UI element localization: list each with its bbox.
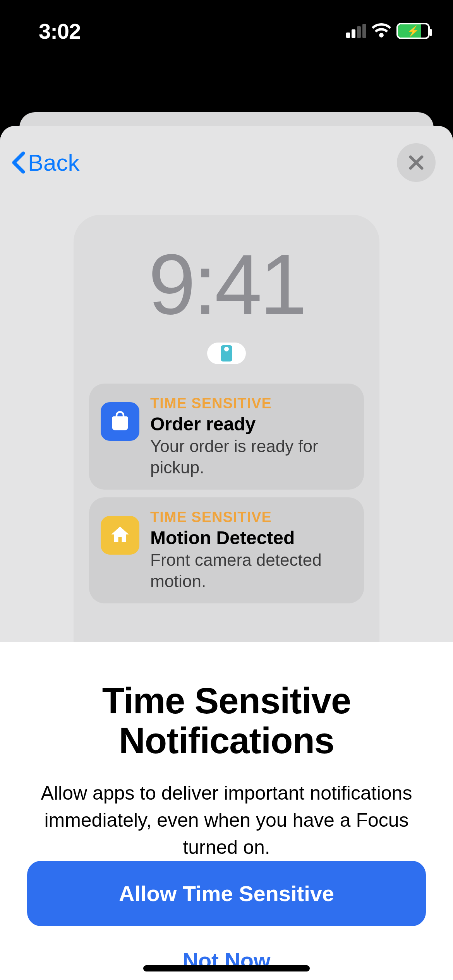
- cellular-icon: [346, 24, 366, 38]
- notif-body-2: Front camera detected motion.: [150, 549, 352, 592]
- nav-row: Back: [0, 126, 453, 199]
- bag-icon: [101, 402, 139, 441]
- status-indicators: ⚡: [346, 22, 430, 39]
- home-indicator[interactable]: [143, 965, 310, 971]
- lockscreen-preview: 9:41 TIME SENSITIVE Order ready Your ord…: [74, 215, 379, 642]
- allow-button[interactable]: Allow Time Sensitive: [27, 861, 426, 926]
- wifi-icon: [372, 22, 391, 39]
- focus-pill: [207, 343, 246, 364]
- modal-sheet: Back 9:41 TIME SENSITIVE Order ready You…: [0, 126, 453, 980]
- notif-title-2: Motion Detected: [150, 527, 352, 548]
- description-text: Allow apps to deliver important notifica…: [27, 780, 426, 861]
- notif-tag-2: TIME SENSITIVE: [150, 509, 352, 526]
- notif-title-1: Order ready: [150, 413, 352, 435]
- home-icon: [101, 516, 139, 555]
- notification-preview-2: TIME SENSITIVE Motion Detected Front cam…: [89, 497, 364, 603]
- close-icon: [408, 154, 424, 171]
- close-button[interactable]: [397, 143, 436, 182]
- preview-area: Back 9:41 TIME SENSITIVE Order ready You…: [0, 126, 453, 642]
- status-time: 3:02: [39, 19, 81, 44]
- chevron-left-icon: [12, 151, 26, 174]
- content-area: Time Sensitive Notifications Allow apps …: [0, 642, 453, 980]
- focus-pill-icon: [221, 345, 232, 362]
- mock-time: 9:41: [89, 242, 364, 327]
- back-button[interactable]: Back: [12, 149, 79, 176]
- not-now-button[interactable]: Not Now: [27, 940, 426, 980]
- status-bar: 3:02 ⚡: [0, 0, 453, 54]
- headline: Time Sensitive Notifications: [27, 681, 426, 761]
- notif-body-1: Your order is ready for pickup.: [150, 435, 352, 478]
- notif-tag-1: TIME SENSITIVE: [150, 395, 352, 412]
- battery-icon: ⚡: [396, 23, 430, 39]
- charging-icon: ⚡: [407, 25, 419, 37]
- back-label: Back: [28, 149, 79, 176]
- notification-preview-1: TIME SENSITIVE Order ready Your order is…: [89, 384, 364, 490]
